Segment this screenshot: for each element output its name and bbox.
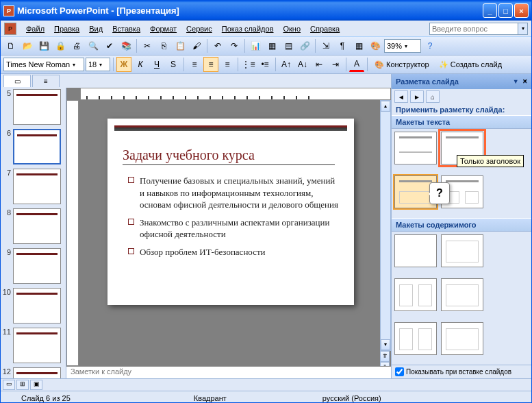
thumb-slide[interactable] — [13, 288, 61, 323]
underline-button[interactable]: Ч — [149, 57, 164, 72]
permission-button[interactable]: 🔒 — [53, 38, 68, 53]
help-search-input[interactable] — [429, 23, 518, 35]
thumb-slide[interactable] — [13, 169, 61, 204]
prev-slide-button[interactable]: ⇈ — [380, 351, 390, 362]
thumb-slide[interactable] — [13, 129, 61, 164]
nav-forward-button[interactable]: ► — [410, 90, 424, 103]
help-search-dropdown[interactable]: ▾ — [518, 23, 528, 35]
layout-content-3[interactable] — [441, 278, 483, 311]
menu-edit[interactable]: Правка — [50, 23, 84, 34]
grid-button[interactable]: ▦ — [351, 38, 366, 53]
print-button[interactable]: 🖨 — [69, 38, 84, 53]
font-color-button[interactable]: A — [349, 57, 364, 72]
menu-window[interactable]: Окно — [279, 23, 305, 34]
sorter-view-button[interactable]: ⊞ — [16, 380, 29, 390]
thumbnail-pane[interactable]: 56789101112 — [1, 88, 66, 378]
preview-button[interactable]: 🔍 — [86, 38, 101, 53]
decrease-indent-button[interactable]: ⇤ — [312, 57, 327, 72]
new-button[interactable]: 🗋 — [3, 38, 18, 53]
open-button[interactable]: 📂 — [20, 38, 35, 53]
decrease-font-button[interactable]: A↓ — [295, 57, 310, 72]
doc-icon[interactable]: P — [4, 23, 16, 35]
showhide-button[interactable]: ¶ — [335, 38, 350, 53]
align-right-button[interactable]: ≡ — [220, 57, 235, 72]
thumb-row[interactable]: 7 — [2, 169, 64, 204]
status-language[interactable]: русский (Россия) — [302, 394, 402, 402]
format-painter-button[interactable]: 🖌 — [189, 38, 204, 53]
help-balloon[interactable]: ? — [429, 182, 450, 204]
help-search[interactable]: ▾ — [429, 23, 528, 35]
fontsize-combo[interactable]: 18▾ — [86, 58, 110, 71]
layout-content-5[interactable] — [441, 322, 483, 355]
tab-outline[interactable]: ≡ — [32, 75, 60, 87]
thumb-row[interactable]: 5 — [2, 89, 64, 125]
nav-home-button[interactable]: ⌂ — [426, 90, 440, 103]
menu-insert[interactable]: Вставка — [108, 23, 144, 34]
bold-button[interactable]: Ж — [116, 57, 131, 72]
menu-view[interactable]: Вид — [85, 23, 107, 34]
help-button[interactable]: ? — [422, 38, 438, 53]
chart-button[interactable]: 📊 — [248, 38, 263, 53]
thumb-row[interactable]: 11 — [2, 328, 64, 363]
vertical-scrollbar[interactable]: ▴ ▾ — [380, 100, 391, 351]
bullets-button[interactable]: •≡ — [257, 57, 273, 72]
thumb-row[interactable]: 8 — [2, 208, 64, 244]
increase-indent-button[interactable]: ⇥ — [328, 57, 343, 72]
bullet-item[interactable]: Обзор проблем ИТ-безопасности — [128, 246, 342, 258]
save-button[interactable]: 💾 — [36, 38, 51, 53]
thumb-slide[interactable] — [13, 208, 61, 244]
thumb-row[interactable]: 10 — [2, 288, 64, 323]
new-slide-button[interactable]: ✨Создать слайд — [435, 57, 506, 72]
numbering-button[interactable]: ⋮≡ — [241, 57, 256, 72]
color-button[interactable]: 🎨 — [368, 38, 383, 53]
bullet-item[interactable]: Получение базовых и специальных знаний, … — [128, 175, 342, 211]
tables-borders-button[interactable]: ▤ — [281, 38, 296, 53]
spell-button[interactable]: ✔ — [102, 38, 117, 53]
slide-title[interactable]: Задачи учебного курса — [123, 147, 335, 165]
tab-slides[interactable]: ▭ — [3, 75, 31, 87]
thumb-row[interactable]: 12 — [2, 367, 64, 378]
hyperlink-button[interactable]: 🔗 — [297, 38, 312, 53]
thumb-slide[interactable] — [13, 89, 61, 125]
bullet-item[interactable]: Знакомство с различными аспектами органи… — [128, 217, 342, 241]
slideshow-view-button[interactable]: ▣ — [30, 380, 42, 390]
cut-button[interactable]: ✂ — [140, 38, 155, 53]
increase-font-button[interactable]: A↑ — [279, 57, 294, 72]
designer-button[interactable]: 🎨Конструктор — [370, 57, 433, 72]
align-center-button[interactable]: ≡ — [203, 57, 218, 72]
maximize-button[interactable]: □ — [498, 3, 513, 18]
zoom-combo[interactable]: 39%▾ — [384, 39, 421, 53]
normal-view-button[interactable]: ▭ — [3, 380, 15, 390]
layout-blank[interactable] — [394, 234, 437, 267]
thumb-slide[interactable] — [13, 248, 61, 284]
notes-pane[interactable]: Заметки к слайду — [66, 366, 391, 378]
menu-format[interactable]: Формат — [146, 23, 181, 34]
show-on-insert-checkbox[interactable] — [395, 367, 404, 376]
redo-button[interactable]: ↷ — [227, 38, 242, 53]
thumb-slide[interactable] — [13, 367, 61, 378]
font-combo[interactable]: Times New Roman▾ — [3, 58, 84, 71]
nav-back-button[interactable]: ◄ — [394, 90, 408, 103]
italic-button[interactable]: К — [133, 57, 148, 72]
menu-help[interactable]: Справка — [306, 23, 344, 34]
layout-content-4[interactable] — [394, 322, 437, 355]
thumb-row[interactable]: 6 — [2, 129, 64, 164]
align-left-button[interactable]: ≡ — [187, 57, 202, 72]
scroll-down-button[interactable]: ▾ — [381, 339, 390, 350]
menu-tools[interactable]: Сервис — [182, 23, 216, 34]
close-button[interactable]: × — [514, 3, 529, 18]
thumb-row[interactable]: 9 — [2, 248, 64, 284]
menu-file[interactable]: Файл — [22, 23, 49, 34]
slide-body[interactable]: Получение базовых и специальных знаний, … — [128, 175, 342, 263]
research-button[interactable]: 📚 — [118, 38, 134, 53]
layout-title-subtitle[interactable] — [394, 132, 437, 164]
copy-button[interactable]: ⎘ — [156, 38, 171, 53]
menu-slideshow[interactable]: Показ слайдов — [218, 23, 278, 34]
minimize-button[interactable]: _ — [483, 3, 497, 18]
layout-content-2[interactable] — [394, 278, 437, 311]
undo-button[interactable]: ↶ — [210, 38, 225, 53]
expand-button[interactable]: ⇲ — [318, 38, 333, 53]
pane-close-icon[interactable]: × — [523, 77, 527, 85]
paste-button[interactable]: 📋 — [173, 38, 188, 53]
thumb-slide[interactable] — [13, 328, 61, 363]
